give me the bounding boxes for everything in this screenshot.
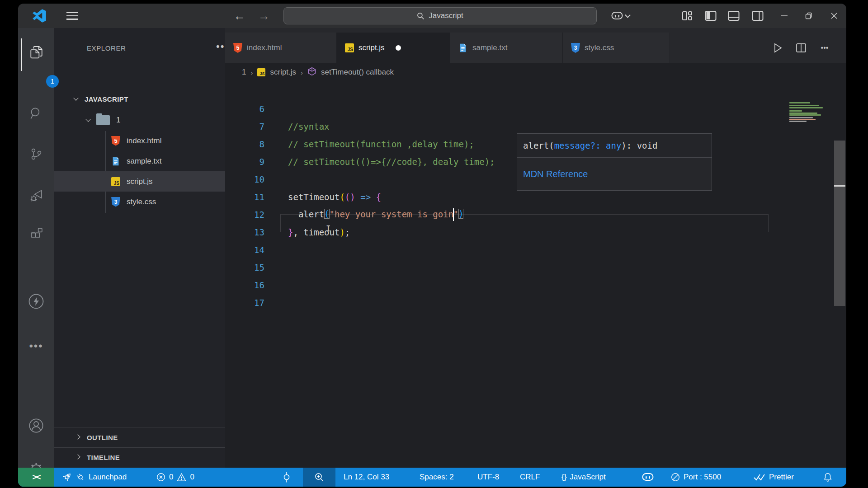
txt-file-icon (458, 43, 468, 53)
zoom-indicator-item[interactable] (303, 468, 335, 487)
html-file-icon: 5 (233, 43, 242, 53)
launchpad-item[interactable]: Launchpad (61, 468, 127, 487)
tab-script.js[interactable]: JSscript.js (337, 33, 450, 63)
file-row-style.css[interactable]: 3style.css (54, 192, 225, 212)
line-number: 9 (237, 157, 264, 167)
run-and-debug-icon[interactable] (18, 181, 54, 210)
mdn-reference-link[interactable]: MDN Reference (517, 158, 712, 190)
errors-icon (156, 472, 166, 482)
window-close-button[interactable] (824, 4, 844, 28)
additional-views-icon[interactable]: ••• (18, 332, 54, 361)
toggle-primary-sidebar-icon[interactable] (700, 4, 721, 28)
toggle-secondary-sidebar-icon[interactable] (747, 4, 768, 28)
window-restore-button[interactable] (798, 4, 819, 28)
toggle-panel-icon[interactable] (723, 4, 744, 28)
customize-layout-icon[interactable] (677, 4, 698, 28)
eol-item[interactable]: CRLF (520, 468, 540, 487)
run-code-icon[interactable] (768, 38, 788, 58)
breadcrumb-file[interactable]: script.js (270, 68, 296, 77)
plug-icon (75, 472, 85, 482)
encoding-item[interactable]: UTF-8 (477, 468, 499, 487)
hover-tooltip: alert(message?: any): void MDN Reference (517, 133, 712, 191)
file-row-script.js[interactable]: JSscript.js (54, 171, 225, 192)
file-row-sample.txt[interactable]: sample.txt (54, 151, 225, 171)
extensions-icon[interactable] (18, 219, 54, 248)
code-line-14[interactable]: 14 (225, 241, 846, 258)
copilot-icon (611, 11, 623, 20)
token: "hey your system is goin (330, 209, 454, 219)
source-control-icon[interactable] (18, 140, 54, 169)
file-icon-wrap: 5 (110, 136, 122, 146)
line-number: 11 (237, 192, 264, 202)
token: } (288, 227, 293, 237)
minimap-line (789, 121, 807, 122)
breadcrumb-symbol[interactable]: setTimeout() callback (321, 68, 394, 77)
warnings-icon (176, 472, 187, 483)
mouse-ibeam-cursor: I (326, 224, 331, 233)
code-line-7[interactable]: 7//syntax (225, 117, 846, 135)
window-minimize-button[interactable] (774, 4, 795, 28)
minimap[interactable] (788, 81, 828, 136)
code-line-12[interactable]: 12 alert("hey your system is goin") (225, 206, 846, 223)
problems-item[interactable]: 0 0 (156, 468, 194, 487)
breadcrumb-separator: › (250, 69, 253, 76)
remote-indicator[interactable]: >< (18, 468, 54, 487)
breadcrumb-separator: › (301, 69, 303, 76)
search-icon[interactable] (18, 99, 54, 128)
nav-back-icon[interactable]: ← (231, 4, 249, 28)
tab-style.css[interactable]: 3style.css (563, 33, 670, 63)
minimap-line (789, 105, 819, 106)
explorer-icon[interactable] (18, 38, 54, 66)
outline-section-header[interactable]: OUTLINE (54, 428, 225, 447)
explorer-badge: 1 (46, 75, 59, 88)
notifications-item[interactable] (823, 468, 833, 487)
indentation-item[interactable]: Spaces: 2 (420, 468, 454, 487)
chevron-down-icon (73, 95, 78, 100)
port-item[interactable]: Port : 5500 (670, 468, 721, 487)
hover-signature: alert(message?: any): void (517, 134, 712, 157)
section-divider (54, 427, 225, 427)
command-center-search[interactable]: Javascript (283, 7, 597, 24)
file-row-index.html[interactable]: 5index.html (54, 131, 225, 151)
signature-token: alert( (523, 141, 554, 150)
status-bar: >< Launchpad 0 0 Ln 12, Col 33 Spaces: 2… (18, 468, 846, 487)
split-editor-icon[interactable] (791, 38, 811, 58)
token: ( (340, 192, 344, 202)
screencast-item[interactable] (282, 468, 292, 487)
live-server-icon[interactable] (18, 287, 54, 316)
copilot-status-item[interactable] (642, 468, 654, 487)
code-line-16[interactable]: 16 (225, 276, 846, 294)
vscode-logo-icon (32, 4, 47, 28)
token (371, 192, 376, 202)
code-line-13[interactable]: 13}, timeout); (225, 223, 846, 241)
line-number: 17 (237, 298, 264, 308)
tab-sample.txt[interactable]: sample.txt (450, 33, 563, 63)
menu-hamburger-icon[interactable] (63, 4, 81, 28)
line-number: 8 (237, 139, 264, 149)
timeline-label: TIMELINE (87, 454, 120, 461)
folder-row[interactable]: 1 (54, 110, 225, 130)
line-number: 12 (237, 210, 264, 220)
code-line-6[interactable]: 6 (225, 100, 846, 117)
timeline-section-header[interactable]: TIMELINE (54, 448, 225, 467)
unsaved-dot-icon[interactable] (396, 45, 401, 51)
workspace-root-row[interactable]: JAVASCRIPT (54, 89, 225, 109)
editor-scrollbar[interactable] (834, 81, 845, 468)
overview-ruler-cursor-mark (834, 185, 845, 187)
prettier-item[interactable]: Prettier (753, 468, 794, 487)
line-number: 16 (237, 280, 264, 290)
code-line-15[interactable]: 15 (225, 258, 846, 276)
account-icon[interactable] (18, 411, 54, 440)
scrollbar-slider[interactable] (834, 141, 845, 306)
nav-forward-icon[interactable]: → (255, 4, 273, 28)
copilot-menu-button[interactable] (606, 4, 635, 28)
breadcrumb[interactable]: 1 › JS script.js › setTimeout() callback (225, 63, 846, 81)
code-line-17[interactable]: 17 (225, 294, 846, 311)
file-icon-wrap (110, 156, 122, 166)
editor-more-actions-icon[interactable]: ••• (815, 38, 835, 58)
tab-index.html[interactable]: 5index.html (225, 33, 337, 63)
token: , timeout (293, 227, 340, 237)
breadcrumb-folder[interactable]: 1 (242, 68, 246, 77)
cursor-position-item[interactable]: Ln 12, Col 33 (344, 468, 389, 487)
language-mode-item[interactable]: {} JavaScript (561, 468, 606, 487)
